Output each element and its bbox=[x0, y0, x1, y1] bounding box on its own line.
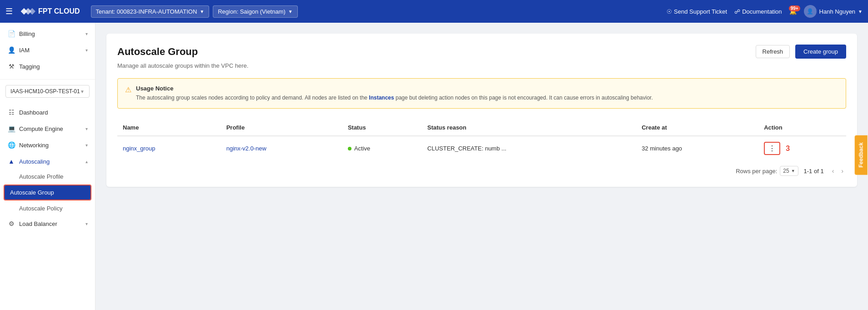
col-profile: Profile bbox=[221, 120, 342, 136]
notice-text: The autoscaling group scales nodes accor… bbox=[136, 94, 653, 102]
sidebar-item-autoscaling[interactable]: ▲ Autoscaling ▴ 1 bbox=[0, 153, 95, 170]
action-menu-button[interactable]: ⋮ bbox=[764, 142, 780, 155]
menu-icon[interactable]: ☰ bbox=[5, 6, 13, 16]
project-name: IAAS-HCM10-OSP-TEST-01 bbox=[10, 88, 80, 95]
load-balancer-label: Load Balancer bbox=[19, 220, 82, 227]
iam-icon: 👤 bbox=[7, 46, 15, 54]
notice-text-part1: The autoscaling group scales nodes accor… bbox=[136, 95, 369, 101]
action-number: 3 bbox=[786, 145, 790, 153]
compute-label: Compute Engine bbox=[19, 125, 82, 132]
cell-create-at: 32 minutes ago bbox=[636, 136, 758, 160]
autoscale-profile-label: Autoscale Profile bbox=[19, 173, 64, 180]
refresh-button[interactable]: Refresh bbox=[756, 45, 790, 58]
user-chevron-icon: ▼ bbox=[858, 9, 863, 14]
avatar: 👤 bbox=[804, 5, 817, 18]
feedback-tab-wrapper: Feedback bbox=[854, 135, 867, 175]
table-header-row: Name Profile Status Status reason Create… bbox=[117, 120, 846, 136]
main-content: Autoscale Group Refresh Create group Man… bbox=[95, 23, 868, 310]
iam-chevron-icon: ▾ bbox=[85, 48, 88, 53]
top-navigation: ☰ FPT CLOUD Tenant: 000823-INFRA-AUTOMAT… bbox=[0, 0, 868, 23]
status-reason-text: CLUSTER_CREATE: numb ... bbox=[427, 145, 507, 152]
pagination-nav: ‹ › bbox=[829, 166, 846, 175]
col-name: Name bbox=[117, 120, 221, 136]
sidebar-item-iam[interactable]: 👤 IAM ▾ bbox=[0, 42, 95, 58]
networking-chevron-icon: ▾ bbox=[85, 143, 88, 148]
iam-label: IAM bbox=[19, 47, 82, 54]
sidebar-item-dashboard[interactable]: ☷ Dashboard bbox=[0, 104, 95, 120]
billing-icon: 📄 bbox=[7, 30, 15, 37]
rows-per-page-select[interactable]: 25 ▼ bbox=[780, 166, 798, 176]
col-create-at: Create at bbox=[636, 120, 758, 136]
profile-link[interactable]: nginx-v2.0-new bbox=[226, 145, 266, 152]
sidebar-item-autoscale-profile[interactable]: Autoscale Profile bbox=[0, 170, 95, 184]
notifications-button[interactable]: 🔔 99+ bbox=[789, 8, 797, 15]
create-group-button[interactable]: Create group bbox=[795, 45, 846, 59]
col-status-reason: Status reason bbox=[422, 120, 636, 136]
load-balancer-icon: ⚙ bbox=[7, 220, 15, 227]
sidebar-item-autoscale-policy[interactable]: Autoscale Policy bbox=[0, 201, 95, 215]
billing-chevron-icon: ▾ bbox=[85, 31, 88, 36]
dashboard-icon: ☷ bbox=[7, 109, 15, 116]
col-status: Status bbox=[342, 120, 422, 136]
cell-profile: nginx-v2.0-new bbox=[221, 136, 342, 160]
autoscaling-chevron-icon: ▴ bbox=[85, 159, 88, 164]
rows-per-page-control: Rows per page: 25 ▼ bbox=[736, 166, 798, 176]
docs-icon: ☍ bbox=[734, 8, 740, 15]
status-text: Active bbox=[354, 145, 370, 152]
dashboard-label: Dashboard bbox=[19, 109, 88, 116]
content-card: Autoscale Group Refresh Create group Man… bbox=[106, 34, 857, 187]
networking-icon: 🌐 bbox=[7, 141, 15, 149]
sidebar-item-networking[interactable]: 🌐 Networking ▾ bbox=[0, 137, 95, 153]
table-row: nginx_group nginx-v2.0-new Active bbox=[117, 136, 846, 160]
cell-status-reason: CLUSTER_CREATE: numb ... bbox=[422, 136, 636, 160]
next-page-button[interactable]: › bbox=[838, 166, 846, 175]
sidebar-item-load-balancer[interactable]: ⚙ Load Balancer ▾ bbox=[0, 215, 95, 232]
sidebar: 📄 Billing ▾ 👤 IAM ▾ ⚒ Tagging IAAS-HCM10… bbox=[0, 23, 95, 310]
autoscaling-label: Autoscaling bbox=[19, 158, 82, 165]
sidebar-item-billing[interactable]: 📄 Billing ▾ bbox=[0, 25, 95, 42]
sidebar-item-tagging[interactable]: ⚒ Tagging bbox=[0, 58, 95, 75]
tenant-label: Tenant: 000823-INFRA-AUTOMATION bbox=[96, 8, 197, 15]
page-subtitle: Manage all autoscale groups within the V… bbox=[117, 62, 846, 69]
region-chevron-icon: ▼ bbox=[288, 9, 293, 14]
docs-link[interactable]: ☍ Documentation bbox=[734, 8, 782, 15]
project-selector[interactable]: IAAS-HCM10-OSP-TEST-01 ▼ bbox=[5, 85, 90, 98]
warning-icon: ⚠ bbox=[125, 85, 131, 102]
support-link[interactable]: ☉ Send Support Ticket bbox=[667, 8, 727, 15]
user-menu[interactable]: 👤 Hanh Nguyen ▼ bbox=[804, 5, 863, 18]
sidebar-item-compute[interactable]: 💻 Compute Engine ▾ bbox=[0, 120, 95, 137]
autoscale-group-label: Autoscale Group bbox=[10, 189, 85, 196]
project-chevron-icon: ▼ bbox=[80, 89, 85, 94]
logo-text: FPT CLOUD bbox=[38, 7, 80, 15]
notification-badge: 99+ bbox=[789, 5, 800, 11]
create-at-text: 32 minutes ago bbox=[642, 145, 682, 152]
autoscaling-icon: ▲ bbox=[7, 158, 15, 165]
page-info: 1-1 of 1 bbox=[804, 168, 824, 175]
notice-content: Usage Notice The autoscaling group scale… bbox=[136, 85, 653, 102]
feedback-tab[interactable]: Feedback bbox=[854, 135, 867, 175]
region-selector[interactable]: Region: Saigon (Vietnam) ▼ bbox=[213, 5, 298, 18]
logo: FPT CLOUD bbox=[19, 6, 80, 17]
header-actions: Refresh Create group bbox=[756, 45, 846, 59]
tagging-label: Tagging bbox=[19, 63, 88, 70]
tenant-chevron-icon: ▼ bbox=[200, 9, 204, 14]
sidebar-item-autoscale-group[interactable]: Autoscale Group 2 bbox=[5, 185, 90, 200]
tenant-selector[interactable]: Tenant: 000823-INFRA-AUTOMATION ▼ bbox=[91, 5, 210, 18]
support-icon: ☉ bbox=[667, 8, 672, 15]
rows-per-page-label: Rows per page: bbox=[736, 168, 777, 175]
load-balancer-chevron-icon: ▾ bbox=[85, 221, 88, 226]
support-label: Send Support Ticket bbox=[674, 8, 727, 15]
page-header: Autoscale Group Refresh Create group bbox=[117, 45, 846, 59]
prev-page-button[interactable]: ‹ bbox=[829, 166, 837, 175]
instances-link[interactable]: Instances bbox=[369, 95, 394, 101]
cell-action: ⋮ 3 bbox=[758, 136, 846, 160]
user-name: Hanh Nguyen bbox=[819, 8, 856, 15]
logo-icon bbox=[19, 6, 35, 17]
group-name-link[interactable]: nginx_group bbox=[123, 145, 156, 152]
cell-status: Active bbox=[342, 136, 422, 160]
autoscale-policy-label: Autoscale Policy bbox=[19, 205, 62, 212]
region-label: Region: Saigon (Vietnam) bbox=[218, 8, 286, 15]
topnav-right: ☉ Send Support Ticket ☍ Documentation 🔔 … bbox=[667, 5, 863, 18]
billing-label: Billing bbox=[19, 30, 82, 37]
notice-text-part2: page but deleting action nodes on this p… bbox=[394, 95, 653, 101]
